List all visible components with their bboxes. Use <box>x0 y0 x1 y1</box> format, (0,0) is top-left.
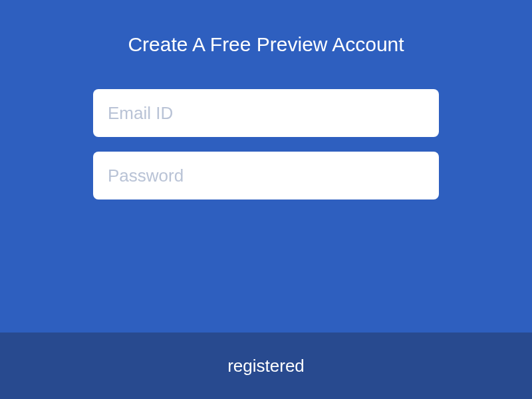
signup-form <box>93 89 439 200</box>
signup-panel: Create A Free Preview Account <box>0 0 532 332</box>
password-field[interactable] <box>93 152 439 200</box>
bottom-bar[interactable]: registered <box>0 332 532 399</box>
email-field[interactable] <box>93 89 439 137</box>
page-title: Create A Free Preview Account <box>128 33 404 56</box>
registered-link[interactable]: registered <box>227 356 305 376</box>
